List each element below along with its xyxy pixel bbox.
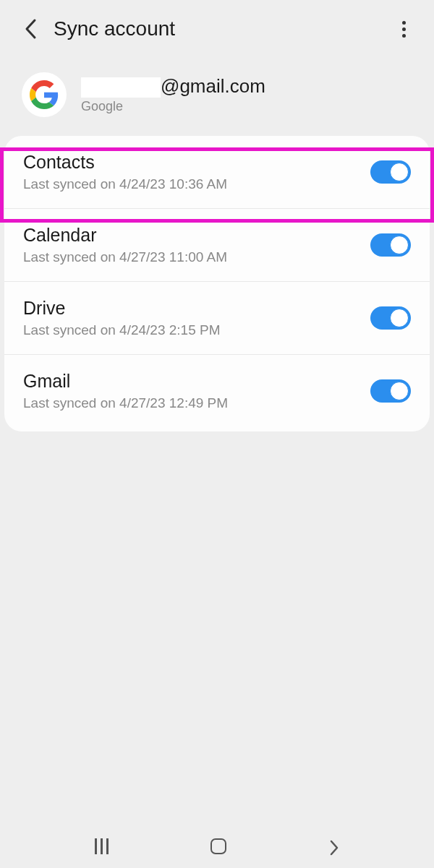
back-button[interactable] [17,16,43,42]
sync-item-subtitle: Last synced on 4/27/23 11:00 AM [23,249,370,265]
page-title: Sync account [54,17,391,40]
sync-item-title: Gmail [23,371,370,392]
account-provider: Google [81,99,265,114]
sync-item-title: Contacts [23,152,370,173]
sync-item-title: Calendar [23,225,370,246]
system-nav-bar [0,825,434,868]
google-logo-icon [22,72,67,117]
contacts-toggle[interactable] [370,160,411,184]
gmail-toggle[interactable] [370,379,411,403]
chevron-left-icon [329,839,339,856]
calendar-toggle[interactable] [370,233,411,257]
more-vertical-icon [402,21,406,38]
more-options-button[interactable] [391,16,417,42]
sync-item-contacts[interactable]: Contacts Last synced on 4/24/23 10:36 AM [4,136,430,209]
sync-list-card: Contacts Last synced on 4/24/23 10:36 AM… [4,136,430,431]
app-header: Sync account [0,0,434,58]
nav-recents-button[interactable] [95,838,109,854]
sync-item-calendar[interactable]: Calendar Last synced on 4/27/23 11:00 AM [4,209,430,282]
nav-back-button[interactable] [329,836,339,856]
account-info-row: @gmail.com Google [0,58,434,132]
sync-item-title: Drive [23,298,370,319]
redacted-email-prefix [81,77,161,98]
account-email: @gmail.com [81,75,265,98]
nav-home-button[interactable] [210,838,226,854]
sync-item-subtitle: Last synced on 4/24/23 10:36 AM [23,176,370,192]
sync-item-drive[interactable]: Drive Last synced on 4/24/23 2:15 PM [4,282,430,355]
chevron-left-icon [24,18,37,40]
sync-item-subtitle: Last synced on 4/27/23 12:49 PM [23,395,370,411]
sync-item-subtitle: Last synced on 4/24/23 2:15 PM [23,322,370,338]
sync-item-gmail[interactable]: Gmail Last synced on 4/27/23 12:49 PM [4,355,430,431]
drive-toggle[interactable] [370,306,411,330]
